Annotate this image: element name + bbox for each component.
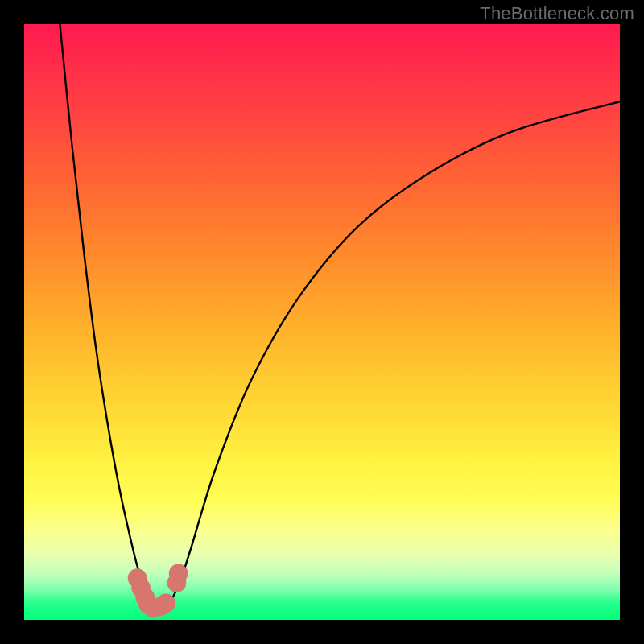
left-curve <box>60 24 155 608</box>
marker-group <box>128 564 188 617</box>
right-marker-2 <box>169 564 188 583</box>
curves-layer <box>24 24 620 620</box>
watermark-text: TheBottleneck.com <box>480 3 634 24</box>
plot-area <box>24 24 620 620</box>
chart-frame: TheBottleneck.com <box>0 0 644 644</box>
right-curve <box>167 101 620 608</box>
left-marker-7 <box>156 593 175 613</box>
